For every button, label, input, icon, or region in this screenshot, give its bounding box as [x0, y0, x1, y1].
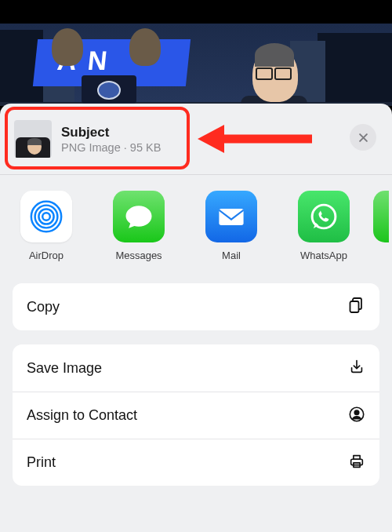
svg-point-9: [354, 410, 359, 414]
airdrop-icon: [28, 199, 64, 235]
share-sheet: Subject PNG Image · 95 KB AirDrop Messag…: [0, 104, 392, 532]
share-app-whatsapp[interactable]: WhatsApp: [278, 191, 370, 261]
background-video-still: A N: [0, 0, 392, 106]
share-app-label: Mail: [222, 250, 241, 261]
svg-rect-4: [219, 209, 243, 225]
download-icon: [348, 358, 365, 378]
mail-icon: [214, 199, 249, 234]
share-sheet-header: Subject PNG Image · 95 KB: [0, 104, 392, 174]
action-copy[interactable]: Copy: [13, 283, 379, 330]
messages-icon: [122, 199, 156, 234]
share-item-title: Subject: [61, 125, 161, 140]
share-app-messages[interactable]: Messages: [93, 191, 185, 261]
share-app-label: AirDrop: [29, 250, 64, 261]
svg-point-1: [38, 209, 53, 224]
share-app-mail[interactable]: Mail: [185, 191, 278, 261]
action-label: Assign to Contact: [27, 407, 137, 424]
action-label: Save Image: [27, 360, 102, 377]
contact-icon: [348, 406, 365, 426]
print-icon: [348, 453, 365, 473]
share-apps-row: AirDrop Messages Mail WhatsApp: [0, 175, 392, 269]
whatsapp-icon: [307, 200, 340, 233]
action-save-image[interactable]: Save Image: [13, 344, 379, 392]
action-assign-to-contact[interactable]: Assign to Contact: [13, 392, 379, 439]
share-item-thumbnail: [14, 120, 52, 158]
action-label: Copy: [27, 299, 60, 315]
action-label: Print: [27, 454, 56, 471]
share-app-label: WhatsApp: [300, 250, 347, 261]
svg-rect-10: [351, 459, 363, 465]
action-group-more: Save Image Assign to Contact Print: [13, 344, 379, 486]
svg-rect-11: [354, 455, 360, 459]
close-button[interactable]: [350, 124, 376, 151]
share-app-airdrop[interactable]: AirDrop: [0, 191, 93, 261]
action-group-copy: Copy: [13, 283, 379, 330]
share-app-overflow[interactable]: [370, 191, 392, 261]
svg-point-0: [42, 213, 50, 220]
close-icon: [358, 132, 369, 144]
action-print[interactable]: Print: [13, 439, 379, 486]
svg-rect-7: [350, 301, 359, 312]
share-item-subtitle: PNG Image · 95 KB: [61, 141, 161, 154]
copy-icon: [347, 296, 365, 318]
share-app-label: Messages: [115, 250, 162, 261]
